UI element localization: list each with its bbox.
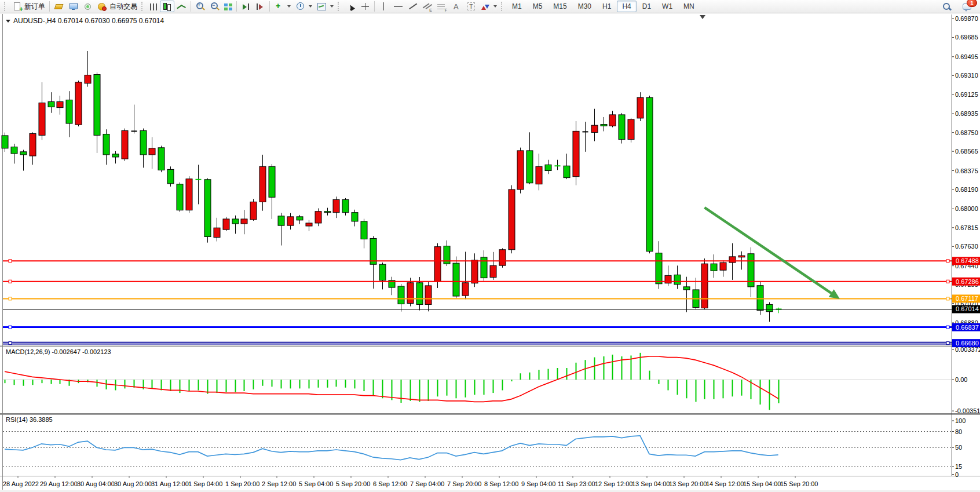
timeframe-w1[interactable]: W1: [657, 1, 678, 12]
time-axis-label: 15 Sep 04:00: [743, 480, 781, 487]
symbol-title[interactable]: AUDUSD-,H4 0.67014 0.67030 0.66975 0.670…: [6, 17, 164, 25]
price-tick-label: 0.69685: [955, 34, 978, 41]
timeframe-d1[interactable]: D1: [637, 1, 656, 12]
timeframe-mn[interactable]: MN: [678, 1, 700, 12]
search-icon: [942, 2, 952, 11]
rsi-axis-label: 50: [955, 444, 962, 451]
line-chart-icon: [177, 2, 187, 11]
search-button[interactable]: [939, 1, 954, 12]
text-button[interactable]: [449, 1, 463, 12]
time-axis-label: 30 Aug 04:00: [77, 480, 115, 487]
time-axis-label: 9 Sep 04:00: [521, 480, 555, 487]
auto-trading-label: 自动交易: [109, 2, 137, 12]
price-tick-label: 0.68565: [955, 148, 978, 155]
price-tick-label: 0.69125: [955, 91, 978, 98]
time-axis-label: 7 Sep 04:00: [410, 480, 444, 487]
price-axis: 0.698700.696850.694950.693100.691250.689…: [952, 15, 980, 478]
rsi-axis-label: 80: [955, 428, 962, 435]
time-axis-label: 28 Aug 2022: [3, 480, 39, 487]
line-handle: [9, 260, 12, 263]
trading-platform-window: 新订单 自动交易 + −: [0, 0, 980, 492]
templates-button[interactable]: [315, 1, 336, 12]
rsi-axis-label: 100: [955, 417, 966, 424]
chart-canvas[interactable]: 0.698700.696850.694950.693100.691250.689…: [0, 0, 980, 492]
tile-windows-icon: [224, 3, 232, 10]
line-handle: [9, 297, 12, 300]
timeframe-h4[interactable]: H4: [617, 1, 636, 12]
chart-shift-marker: [700, 15, 705, 19]
time-axis-label: 15 Sep 20:00: [780, 480, 818, 487]
zoom-in-button[interactable]: +: [193, 1, 207, 12]
new-order-label: 新订单: [24, 2, 45, 12]
macd-indicator-label: MACD(12,26,9) -0.002647 -0.002123: [6, 348, 111, 355]
indicators-button[interactable]: [272, 1, 293, 12]
cursor-arrow-icon: [346, 2, 356, 11]
auto-scroll-button[interactable]: [253, 1, 268, 12]
chat-button[interactable]: 1: [960, 1, 974, 12]
timeframe-m15[interactable]: M15: [548, 1, 572, 12]
line-handle: [9, 326, 12, 329]
timeframe-m1[interactable]: M1: [507, 1, 527, 12]
shift-chart-button[interactable]: [239, 1, 253, 12]
indicators-plus-icon: [274, 2, 284, 11]
time-axis-label: 8 Sep 12:00: [484, 480, 518, 487]
gold-box-icon: [54, 2, 64, 11]
cursor-button[interactable]: [343, 1, 358, 12]
rsi-panel: [3, 432, 952, 467]
chart-frame: [0, 14, 980, 492]
chevron-down-icon: [287, 5, 291, 8]
arrows-button[interactable]: [478, 1, 499, 12]
symbol-dropdown-icon: [6, 20, 10, 23]
horizontal-line-icon: [393, 2, 403, 11]
new-order-button[interactable]: 新订单: [10, 1, 47, 12]
signals-button[interactable]: [81, 1, 95, 12]
zoom-out-button[interactable]: −: [207, 1, 222, 12]
price-line-label-text: 0.67286: [956, 278, 979, 285]
price-tick-label: 0.68375: [955, 167, 978, 174]
time-axis-label: 12 Sep 12:00: [595, 480, 632, 487]
text-label-icon: [466, 2, 476, 11]
candlestick-chart-button[interactable]: [160, 1, 174, 12]
bar-chart-button[interactable]: [147, 1, 160, 12]
time-axis-label: 2 Sep 12:00: [262, 480, 296, 487]
fibonacci-button[interactable]: [434, 1, 449, 12]
text-a-icon: [451, 2, 461, 11]
line-handle: [9, 342, 12, 345]
time-axis-label: 5 Sep 20:00: [336, 480, 370, 487]
tile-windows-button[interactable]: [222, 1, 235, 12]
market-panel-button[interactable]: [52, 1, 66, 12]
price-tick-label: 0.69495: [955, 53, 978, 60]
chevron-down-icon: [493, 5, 497, 8]
auto-trading-button[interactable]: 自动交易: [95, 1, 140, 12]
text-label-button[interactable]: [463, 1, 478, 12]
crosshair-button[interactable]: [358, 1, 372, 12]
channel-icon: [422, 2, 432, 11]
price-tick-label: 0.68935: [955, 110, 978, 117]
clock-icon: [295, 2, 305, 11]
shift-chart-icon: [241, 2, 251, 11]
macd-axis-label: -0.003519: [955, 407, 980, 414]
fibonacci-icon: [437, 2, 447, 11]
line-chart-button[interactable]: [174, 1, 189, 12]
price-line-label-text: 0.66680: [956, 340, 979, 347]
rsi-axis-label: 15: [955, 463, 962, 470]
horizontal-line-button[interactable]: [391, 1, 405, 12]
periods-button[interactable]: [293, 1, 315, 12]
timeframe-m30[interactable]: M30: [573, 1, 597, 12]
metaeditor-button[interactable]: [66, 1, 81, 12]
equidistant-channel-button[interactable]: [420, 1, 434, 12]
chevron-down-icon: [330, 5, 334, 8]
trend-arrow[interactable]: [704, 207, 840, 299]
time-axis-label: 13 Sep 20:00: [669, 480, 707, 487]
trendline-icon: [408, 2, 418, 11]
trendline-button[interactable]: [405, 1, 420, 12]
toolbar-grip[interactable]: [4, 2, 8, 11]
timeframe-m5[interactable]: M5: [528, 1, 548, 12]
chevron-down-icon: [309, 5, 312, 8]
timeframe-h1[interactable]: H1: [597, 1, 616, 12]
template-chart-icon: [317, 2, 327, 11]
new-order-icon: [12, 2, 22, 11]
vertical-line-button[interactable]: [376, 1, 391, 12]
time-axis-label: 1 Sep 20:00: [225, 480, 259, 487]
line-handle: [946, 297, 949, 300]
